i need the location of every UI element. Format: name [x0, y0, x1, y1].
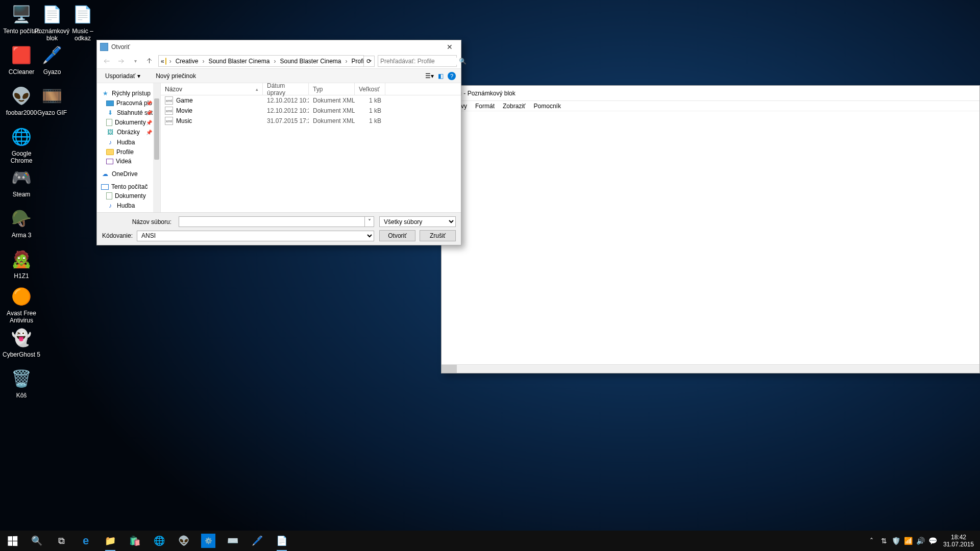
taskbar-app-icon: ⚙️ — [201, 534, 215, 548]
taskbar-item-start[interactable] — [0, 531, 24, 551]
notepad-text-area[interactable] — [442, 112, 979, 364]
nav-this-pc[interactable]: Tento počítač — [97, 182, 160, 191]
file-row[interactable]: xmlGame12.10.2012 10:22Dokument XML1 kB — [161, 95, 461, 106]
filename-input[interactable] — [179, 216, 365, 227]
close-button[interactable]: ✕ — [439, 40, 460, 54]
filename-history-button[interactable]: ˅ — [365, 216, 374, 227]
desktop-icon-avast[interactable]: 🟠Avast Free Antivirus — [2, 284, 41, 324]
new-folder-button[interactable]: Nový priečinok — [153, 71, 199, 81]
taskbar[interactable]: 🔍⧉e📁🛍️🌐👽⚙️⌨️🖊️📄 ˄⇅🛡️📶🔊💬 18:42 31.07.2015 — [0, 531, 980, 551]
nav-onedrive[interactable]: ☁OneDrive — [97, 169, 160, 179]
nav-item[interactable]: Pracovná plo📌 — [97, 98, 160, 108]
taskbar-item-store[interactable]: 🛍️ — [122, 531, 147, 551]
taskbar-item-notepad[interactable]: 📄 — [270, 531, 294, 551]
icon-label: Steam — [2, 191, 41, 198]
taskbar-item-explorer[interactable]: 📁 — [98, 531, 122, 551]
desktop-icon-h1z1[interactable]: 🧟H1Z1 — [2, 247, 41, 280]
search-input[interactable] — [380, 58, 457, 65]
column-header-size[interactable]: Veľkosť — [355, 83, 385, 95]
recent-locations-button[interactable]: ▾ — [130, 56, 141, 67]
encoding-select[interactable]: ANSI — [137, 231, 374, 241]
desktop-icon-recycle-bin[interactable]: 🗑️Kôš — [2, 366, 41, 399]
column-header-name[interactable]: Názov▴ — [161, 83, 263, 95]
breadcrumb-prefix: « — [161, 58, 164, 65]
clock-date: 31.07.2015 — [943, 541, 974, 548]
taskbar-item-chrome[interactable]: 🌐 — [147, 531, 172, 551]
desktop[interactable]: 🖥️Tento počítač📄Poznámkový blok📄Music – … — [0, 0, 980, 551]
filetype-select[interactable]: Všetky súbory — [379, 216, 456, 227]
breadcrumb-segment[interactable]: Profile — [350, 58, 364, 65]
nav-item[interactable]: Dokumenty — [97, 191, 160, 201]
tray-icon[interactable]: 💬 — [927, 537, 939, 545]
quick-access-icon: ★ — [101, 89, 109, 97]
nav-item[interactable]: 🖼Obrázky — [97, 211, 160, 212]
xml-file-icon: xml — [165, 96, 173, 105]
taskbar-item-keyboard[interactable]: ⌨️ — [220, 531, 245, 551]
view-options-button[interactable]: ☰▾ — [425, 72, 433, 80]
nav-item[interactable]: ♪Hudba — [97, 137, 160, 147]
taskbar-item-search[interactable]: 🔍 — [24, 531, 49, 551]
column-header-type[interactable]: Typ — [309, 83, 355, 95]
app-icon: 🪖 — [9, 206, 34, 231]
tray-icon[interactable]: 🛡️ — [890, 537, 902, 545]
notepad-titlebar[interactable]: názvu - Poznámkový blok — [442, 86, 979, 101]
scrollbar-thumb[interactable] — [154, 98, 159, 160]
tray-icon[interactable]: ˄ — [866, 537, 878, 545]
menu-item[interactable]: Zobraziť — [500, 102, 529, 110]
breadcrumb-segment[interactable]: Sound Blaster Cinema — [278, 58, 343, 65]
preview-pane-button[interactable]: ◧ — [436, 72, 445, 80]
notepad-menubar: ÚpravyFormátZobraziťPomocník — [442, 101, 979, 111]
nav-item[interactable]: ⬇Stiahnuté sút📌 — [97, 108, 160, 118]
menu-item[interactable]: Pomocník — [531, 102, 564, 110]
scrollbar-thumb[interactable] — [442, 365, 457, 373]
file-row[interactable]: xmlMovie12.10.2012 10:22Dokument XML1 kB — [161, 106, 461, 116]
nav-item[interactable]: Dokumenty📌 — [97, 118, 160, 127]
dialog-titlebar[interactable]: Otvoriť ✕ — [97, 40, 461, 54]
help-button[interactable]: ? — [448, 72, 456, 80]
forward-button[interactable]: 🡢 — [115, 56, 127, 67]
nav-item[interactable]: 🖼Obrázky📌 — [97, 127, 160, 137]
nav-item[interactable]: Videá — [97, 157, 160, 166]
tray-icon[interactable]: 🔊 — [915, 537, 927, 545]
taskbar-item-settings[interactable]: ⚙️ — [196, 531, 220, 551]
column-header-date[interactable]: Dátum úpravy — [263, 83, 309, 95]
scrollbar-horizontal[interactable] — [442, 364, 979, 373]
taskbar-item-gyazo[interactable]: 🖊️ — [245, 531, 270, 551]
nav-quick-access[interactable]: ★Rýchly prístup — [97, 88, 160, 98]
breadcrumb-segment[interactable]: Creative — [174, 58, 201, 65]
taskbar-clock[interactable]: 18:42 31.07.2015 — [939, 534, 978, 548]
up-button[interactable]: 🡡 — [144, 56, 155, 67]
search-box[interactable]: 🔍 — [378, 55, 457, 67]
desktop-icon-chrome[interactable]: 🌐Google Chrome — [2, 124, 41, 164]
notepad-window[interactable]: názvu - Poznámkový blok ÚpravyFormátZobr… — [441, 85, 980, 373]
open-button[interactable]: Otvoriť — [379, 230, 415, 241]
menu-item[interactable]: Formát — [472, 102, 498, 110]
pin-icon: 📌 — [146, 110, 152, 116]
desktop-icon-steam[interactable]: 🎮Steam — [2, 165, 41, 198]
tray-icon[interactable]: ⇅ — [878, 537, 890, 545]
desktop-icon-music-shortcut[interactable]: 📄Music – odkaz — [63, 2, 102, 42]
desktop-icon-gyazo[interactable]: 🖊️Gyazo — [33, 43, 71, 76]
taskbar-item-foobar[interactable]: 👽 — [172, 531, 196, 551]
taskbar-item-taskview[interactable]: ⧉ — [49, 531, 74, 551]
file-list-pane[interactable]: Názov▴ Dátum úpravy Typ Veľkosť xmlGame1… — [161, 83, 461, 212]
file-row[interactable]: xmlMusic31.07.2015 17:20Dokument XML1 kB — [161, 116, 461, 126]
file-size: 1 kB — [355, 117, 385, 124]
breadcrumb[interactable]: « ›Creative›Sound Blaster Cinema›Sound B… — [158, 55, 364, 67]
organize-button[interactable]: Usporiadať ▾ — [102, 71, 143, 81]
tray-icon[interactable]: 📶 — [902, 537, 915, 545]
pin-icon: 📌 — [146, 120, 152, 126]
desktop-icon-gyazo-gif[interactable]: 🎞️Gyazo GIF — [33, 84, 71, 116]
breadcrumb-segment[interactable]: Sound Blaster Cinema — [206, 58, 272, 65]
taskbar-item-edge[interactable]: e — [74, 531, 98, 551]
back-button[interactable]: 🡠 — [101, 56, 112, 67]
navigation-pane[interactable]: ★Rýchly prístupPracovná plo📌⬇Stiahnuté s… — [97, 83, 161, 212]
nav-item[interactable]: Profile — [97, 147, 160, 157]
desktop-icon-arma3[interactable]: 🪖Arma 3 — [2, 206, 41, 239]
refresh-button[interactable]: ⟳ — [363, 56, 375, 67]
nav-item[interactable]: ♪Hudba — [97, 201, 160, 211]
scrollbar-vertical[interactable] — [153, 83, 160, 212]
desktop-icon-cyberghost[interactable]: 👻CyberGhost 5 — [2, 325, 41, 358]
chevron-right-icon: › — [200, 58, 206, 65]
cancel-button[interactable]: Zrušiť — [420, 230, 456, 241]
